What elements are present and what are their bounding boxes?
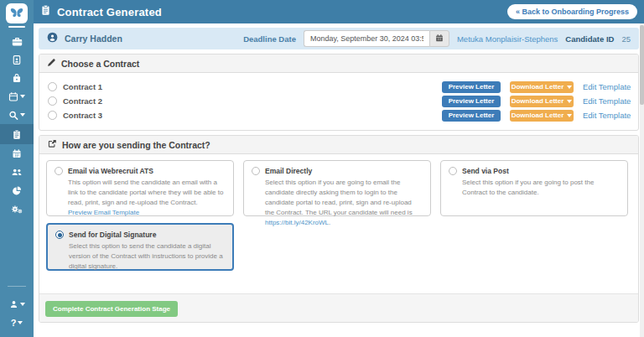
option-title: Send for Digital Signature [69,231,156,239]
sidebar-divider [8,286,26,287]
preview-letter-button[interactable]: Preview Letter [442,96,501,107]
pen-icon [47,58,56,69]
sidebar-item-users[interactable] [0,163,34,181]
preview-letter-button[interactable]: Preview Letter [442,81,501,93]
option-title-row: Email Directly [252,167,423,175]
contract-label: Contract 2 [63,96,102,106]
content-area: Carry Hadden Deadline Date Metuka Monpla… [34,23,644,337]
pie-chart-icon [12,185,22,196]
candidate-bar: Carry Hadden Deadline Date Metuka Monpla… [39,28,639,49]
contract-label: Contract 1 [63,82,102,91]
choose-contract-panel: Choose a Contract Contract 1 Preview Let… [39,54,639,131]
app-logo[interactable] [6,3,28,23]
caret-down-icon [567,86,572,89]
caret-down-icon [18,321,23,324]
option-description: This option will send the candidate an e… [68,178,226,218]
sidebar-item-calendar-menu[interactable] [0,87,34,106]
scrollbar-thumb[interactable] [640,25,644,105]
sending-method-header: How are you sending the Contract? [39,136,638,154]
send-icon [47,139,57,150]
contract-2-radio[interactable] [48,96,57,106]
sidebar-item-id-badge[interactable] [0,50,34,69]
candidate-id-value: 25 [621,34,631,44]
option-card-digital-signature[interactable]: Send for Digital Signature Select this o… [46,223,234,271]
option-title: Email via Webrecruit ATS [68,167,153,175]
calendar-icon [435,31,444,46]
option-desc-text: Select this option to send the candidate… [69,242,223,270]
person-circle-icon [47,31,58,46]
preview-letter-button[interactable]: Preview Letter [442,110,501,122]
help-icon: ? [11,318,17,328]
sidebar-bottom: ? [0,286,34,337]
user-icon [9,299,18,309]
sending-method-title: How are you sending the Contract? [62,140,210,150]
users-icon [11,167,23,177]
caret-down-icon [567,100,572,103]
app-window: ? Contract Generated « Back to Onboardin… [0,0,644,337]
page-title: Contract Generated [57,6,162,18]
briefcase-icon [12,36,23,47]
option-desc-text: Select this option if you are going to e… [265,179,413,216]
option-title-row: Send via Post [449,167,620,175]
digital-signature-radio[interactable] [55,231,64,239]
choose-contract-body: Contract 1 Preview Letter Download Lette… [39,73,638,130]
sidebar-item-help-menu[interactable]: ? [0,314,34,332]
sidebar-item-user-menu[interactable] [0,295,34,314]
option-description: Select this option if you are going to p… [462,178,620,198]
option-description: Select this option if you are going to e… [265,178,423,228]
butterfly-logo-icon [10,6,23,21]
option-card-email-ats[interactable]: Email via Webrecruit ATS This option wil… [46,160,234,216]
contract-row: Contract 1 Preview Letter Download Lette… [48,80,631,94]
deadline-date-input[interactable] [304,30,429,47]
download-letter-label: Download Letter [512,97,564,105]
back-to-onboarding-button[interactable]: « Back to Onboarding Progress [507,4,637,19]
edit-template-link[interactable]: Edit Template [583,111,631,120]
sidebar-item-search-menu[interactable] [0,106,34,124]
complete-contract-generation-button[interactable]: Complete Contract Generation Stage [45,301,178,317]
edit-template-link[interactable]: Edit Template [583,96,631,106]
contract-3-actions: Preview Letter Download Letter Edit Temp… [442,110,631,122]
search-icon [8,110,18,121]
calendar-picker-button[interactable] [429,30,449,47]
option-title-row: Email via Webrecruit ATS [55,167,226,175]
option-card-send-via-post[interactable]: Send via Post Select this option if you … [440,160,628,216]
calendar-grid-icon [12,148,22,159]
candidate-portal-url-link[interactable]: https://bit.ly/42KroWL [265,219,329,226]
contract-1-radio[interactable] [48,82,57,91]
main-area: Contract Generated « Back to Onboarding … [34,0,644,337]
sidebar-item-contracts-active[interactable] [0,124,34,144]
caret-down-icon [567,114,572,117]
deadline-date-label: Deadline Date [243,34,296,44]
download-letter-button[interactable]: Download Letter [510,81,574,93]
email-ats-radio[interactable] [55,167,63,175]
option-desc-text: Select this option if you are going to p… [462,179,594,196]
contract-label: Contract 3 [63,111,102,120]
candidate-id-label: Candidate ID [565,34,614,44]
preview-email-template-link[interactable]: Preview Email Template [68,209,139,216]
cogs-icon [11,204,23,215]
option-title: Email Directly [265,167,312,175]
sidebar-item-briefcase[interactable] [0,32,34,50]
caret-down-icon [20,303,25,306]
contract-3-radio[interactable] [48,111,57,120]
contract-row: Contract 3 Preview Letter Download Lette… [48,108,631,122]
option-description: Select this option to send the candidate… [69,241,225,272]
option-title: Send via Post [462,167,509,175]
calendar-outline-icon [8,91,18,102]
sidebar-item-bag[interactable] [0,69,34,87]
option-card-email-directly[interactable]: Email Directly Select this option if you… [243,160,431,216]
candidate-profile-link[interactable]: Metuka Monplaisir-Stephens [457,34,558,44]
candidate-name: Carry Hadden [65,34,122,44]
sidebar-item-pie-chart[interactable] [0,181,34,200]
send-via-post-radio[interactable] [449,167,457,175]
vertical-scrollbar[interactable] [640,23,644,337]
download-letter-button[interactable]: Download Letter [510,96,574,107]
download-letter-button[interactable]: Download Letter [510,110,574,122]
email-directly-radio[interactable] [252,167,260,175]
download-letter-label: Download Letter [512,111,564,119]
logo-underline [8,26,25,28]
edit-template-link[interactable]: Edit Template [583,82,631,91]
deadline-input-group [304,30,449,47]
sidebar-item-settings[interactable] [0,200,34,218]
sidebar-item-calendar[interactable] [0,144,34,163]
